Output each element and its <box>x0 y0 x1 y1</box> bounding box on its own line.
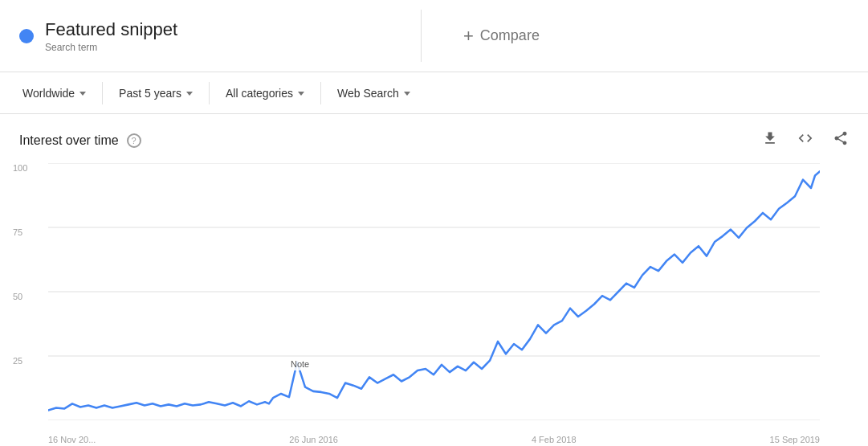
x-label-1: 16 Nov 20... <box>48 435 96 444</box>
time-range-label: Past 5 years <box>119 87 181 100</box>
chart-actions <box>759 127 852 153</box>
trend-chart <box>48 163 820 420</box>
embed-icon[interactable] <box>794 127 817 153</box>
chart-container: 100 75 50 25 Note 16 Nov 20... 26 Jun 20… <box>0 163 868 446</box>
search-type-chevron-icon <box>404 92 410 96</box>
x-label-3: 4 Feb 2018 <box>532 435 577 444</box>
search-type-label: Web Search <box>337 87 399 100</box>
plus-icon: + <box>463 26 474 47</box>
header: Featured snippet Search term + Compare <box>0 0 868 72</box>
location-filter[interactable]: Worldwide <box>13 82 96 104</box>
header-left: Featured snippet Search term <box>0 0 421 72</box>
y-label-75: 75 <box>13 227 27 237</box>
search-type-filter[interactable]: Web Search <box>328 82 420 104</box>
filter-divider-2 <box>209 82 210 104</box>
x-label-2: 26 Jun 2016 <box>289 435 338 444</box>
category-label: All categories <box>226 87 293 100</box>
term-color-dot <box>19 29 34 43</box>
compare-button[interactable]: + Compare <box>454 19 549 53</box>
time-range-filter[interactable]: Past 5 years <box>109 82 202 104</box>
chart-title-row: Interest over time ? <box>19 133 141 148</box>
x-axis-labels: 16 Nov 20... 26 Jun 2016 4 Feb 2018 15 S… <box>48 435 820 444</box>
header-right: + Compare <box>422 0 868 72</box>
compare-label: Compare <box>480 27 540 44</box>
y-label-50: 50 <box>13 292 27 301</box>
share-icon[interactable] <box>829 127 852 153</box>
y-axis-labels: 100 75 50 25 <box>13 163 27 420</box>
category-chevron-icon <box>298 92 304 96</box>
term-title: Featured snippet <box>45 19 177 40</box>
chart-note: Note <box>287 358 312 370</box>
download-icon[interactable] <box>759 127 781 153</box>
filter-divider-1 <box>102 82 103 104</box>
filter-divider-3 <box>320 82 321 104</box>
help-icon[interactable]: ? <box>127 133 141 148</box>
y-label-100: 100 <box>13 163 27 173</box>
x-label-4: 15 Sep 2019 <box>770 435 820 444</box>
chart-header: Interest over time ? <box>0 127 868 163</box>
location-label: Worldwide <box>22 87 75 100</box>
chart-section: Interest over time ? 100 75 50 25 <box>0 114 868 446</box>
category-filter[interactable]: All categories <box>216 82 314 104</box>
filters-bar: Worldwide Past 5 years All categories We… <box>0 72 868 114</box>
chart-title: Interest over time <box>19 133 119 148</box>
term-subtitle: Search term <box>45 42 177 53</box>
location-chevron-icon <box>79 92 86 96</box>
term-info: Featured snippet Search term <box>45 19 177 53</box>
y-label-25: 25 <box>13 356 27 366</box>
time-range-chevron-icon <box>186 92 193 96</box>
